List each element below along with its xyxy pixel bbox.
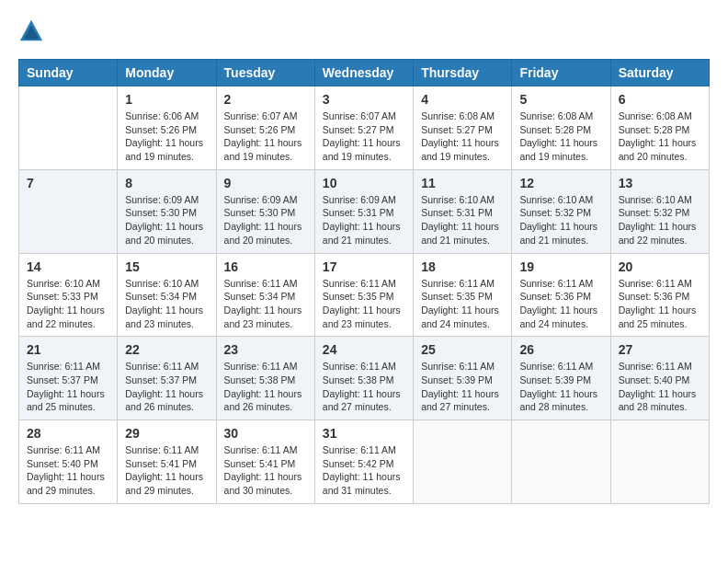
day-info: Sunrise: 6:07 AMSunset: 5:27 PMDaylight:… [323, 109, 405, 164]
day-number: 10 [323, 176, 405, 190]
calendar-cell-22: 22Sunrise: 6:11 AMSunset: 5:37 PMDayligh… [118, 337, 216, 420]
day-info: Sunrise: 6:11 AMSunset: 5:37 PMDaylight:… [27, 360, 109, 414]
calendar-cell-30: 30Sunrise: 6:11 AMSunset: 5:41 PMDayligh… [216, 420, 314, 504]
day-info: Sunrise: 6:10 AMSunset: 5:32 PMDaylight:… [519, 193, 602, 247]
logo-icon [18, 18, 44, 44]
calendar-cell-20: 20Sunrise: 6:11 AMSunset: 5:36 PMDayligh… [610, 253, 709, 337]
calendar-cell-11: 11Sunrise: 6:10 AMSunset: 5:31 PMDayligh… [414, 169, 512, 253]
calendar-cell-1: 1Sunrise: 6:06 AMSunset: 5:26 PMDaylight… [118, 86, 216, 170]
day-number: 11 [421, 176, 504, 190]
calendar-week-2: 78Sunrise: 6:09 AMSunset: 5:30 PMDayligh… [19, 169, 710, 253]
calendar-cell-17: 17Sunrise: 6:11 AMSunset: 5:35 PMDayligh… [314, 253, 413, 337]
calendar-week-3: 14Sunrise: 6:10 AMSunset: 5:33 PMDayligh… [19, 253, 710, 337]
day-info: Sunrise: 6:09 AMSunset: 5:30 PMDaylight:… [224, 193, 307, 247]
day-number: 26 [519, 342, 602, 357]
calendar-header-wednesday: Wednesday [314, 60, 413, 86]
calendar-cell-16: 16Sunrise: 6:11 AMSunset: 5:34 PMDayligh… [216, 253, 314, 337]
calendar-header-monday: Monday [118, 60, 216, 86]
calendar-table: SundayMondayTuesdayWednesdayThursdayFrid… [18, 59, 710, 504]
day-number: 30 [224, 426, 307, 441]
calendar-week-1: 1Sunrise: 6:06 AMSunset: 5:26 PMDaylight… [19, 86, 710, 170]
calendar-cell-23: 23Sunrise: 6:11 AMSunset: 5:38 PMDayligh… [216, 337, 314, 420]
day-info: Sunrise: 6:11 AMSunset: 5:39 PMDaylight:… [519, 360, 602, 414]
calendar-cell-29: 29Sunrise: 6:11 AMSunset: 5:41 PMDayligh… [118, 420, 216, 504]
day-number: 7 [27, 176, 109, 190]
calendar-header-thursday: Thursday [414, 60, 512, 86]
day-number: 29 [125, 426, 208, 441]
day-info: Sunrise: 6:08 AMSunset: 5:27 PMDaylight:… [421, 109, 504, 164]
calendar-cell-21: 21Sunrise: 6:11 AMSunset: 5:37 PMDayligh… [19, 337, 118, 420]
day-number: 16 [224, 259, 307, 274]
calendar-cell-18: 18Sunrise: 6:11 AMSunset: 5:35 PMDayligh… [414, 253, 512, 337]
calendar-cell-empty [19, 86, 118, 170]
calendar-cell-8: 8Sunrise: 6:09 AMSunset: 5:30 PMDaylight… [118, 169, 216, 253]
calendar-cell-12: 12Sunrise: 6:10 AMSunset: 5:32 PMDayligh… [512, 169, 610, 253]
calendar-cell-6: 6Sunrise: 6:08 AMSunset: 5:28 PMDaylight… [610, 86, 709, 170]
calendar-week-5: 28Sunrise: 6:11 AMSunset: 5:40 PMDayligh… [19, 420, 710, 504]
day-number: 31 [323, 426, 405, 441]
calendar-cell-2: 2Sunrise: 6:07 AMSunset: 5:26 PMDaylight… [216, 86, 314, 170]
calendar-cell-14: 14Sunrise: 6:10 AMSunset: 5:33 PMDayligh… [19, 253, 118, 337]
day-number: 19 [519, 259, 602, 274]
day-number: 25 [421, 342, 504, 357]
calendar-cell-13: 13Sunrise: 6:10 AMSunset: 5:32 PMDayligh… [610, 169, 709, 253]
day-number: 27 [619, 342, 701, 357]
day-info: Sunrise: 6:10 AMSunset: 5:34 PMDaylight:… [125, 277, 208, 331]
calendar-cell-10: 10Sunrise: 6:09 AMSunset: 5:31 PMDayligh… [314, 169, 413, 253]
calendar-cell-15: 15Sunrise: 6:10 AMSunset: 5:34 PMDayligh… [118, 253, 216, 337]
day-number: 4 [421, 92, 504, 107]
logo [18, 18, 48, 44]
day-info: Sunrise: 6:11 AMSunset: 5:35 PMDaylight:… [323, 277, 405, 331]
calendar-cell-empty [512, 420, 610, 504]
calendar-cell-31: 31Sunrise: 6:11 AMSunset: 5:42 PMDayligh… [314, 420, 413, 504]
day-info: Sunrise: 6:11 AMSunset: 5:36 PMDaylight:… [619, 277, 701, 331]
day-info: Sunrise: 6:07 AMSunset: 5:26 PMDaylight:… [224, 109, 307, 164]
calendar-cell-empty [414, 420, 512, 504]
page-header [18, 18, 710, 44]
calendar-cell-3: 3Sunrise: 6:07 AMSunset: 5:27 PMDaylight… [314, 86, 413, 170]
day-number: 6 [619, 92, 701, 107]
calendar-cell-24: 24Sunrise: 6:11 AMSunset: 5:38 PMDayligh… [314, 337, 413, 420]
day-info: Sunrise: 6:11 AMSunset: 5:39 PMDaylight:… [421, 360, 504, 414]
calendar-header-sunday: Sunday [19, 60, 118, 86]
calendar-header-friday: Friday [512, 60, 610, 86]
day-number: 28 [27, 426, 109, 441]
day-info: Sunrise: 6:11 AMSunset: 5:38 PMDaylight:… [224, 360, 307, 414]
calendar-cell-empty [610, 420, 709, 504]
day-number: 9 [224, 176, 307, 190]
day-info: Sunrise: 6:11 AMSunset: 5:35 PMDaylight:… [421, 277, 504, 331]
day-info: Sunrise: 6:11 AMSunset: 5:41 PMDaylight:… [224, 443, 307, 498]
calendar-cell-5: 5Sunrise: 6:08 AMSunset: 5:28 PMDaylight… [512, 86, 610, 170]
calendar-cell-26: 26Sunrise: 6:11 AMSunset: 5:39 PMDayligh… [512, 337, 610, 420]
calendar-header-tuesday: Tuesday [216, 60, 314, 86]
calendar-cell-27: 27Sunrise: 6:11 AMSunset: 5:40 PMDayligh… [610, 337, 709, 420]
day-number: 5 [519, 92, 602, 107]
calendar-cell-19: 19Sunrise: 6:11 AMSunset: 5:36 PMDayligh… [512, 253, 610, 337]
day-info: Sunrise: 6:11 AMSunset: 5:36 PMDaylight:… [519, 277, 602, 331]
calendar-cell-7: 7 [19, 169, 118, 253]
day-number: 18 [421, 259, 504, 274]
day-number: 20 [619, 259, 701, 274]
day-number: 22 [125, 342, 208, 357]
day-info: Sunrise: 6:10 AMSunset: 5:32 PMDaylight:… [619, 193, 701, 247]
day-number: 13 [619, 176, 701, 190]
calendar-cell-25: 25Sunrise: 6:11 AMSunset: 5:39 PMDayligh… [414, 337, 512, 420]
day-info: Sunrise: 6:08 AMSunset: 5:28 PMDaylight:… [519, 109, 602, 164]
day-number: 15 [125, 259, 208, 274]
day-info: Sunrise: 6:09 AMSunset: 5:31 PMDaylight:… [323, 193, 405, 247]
day-info: Sunrise: 6:10 AMSunset: 5:31 PMDaylight:… [421, 193, 504, 247]
day-info: Sunrise: 6:09 AMSunset: 5:30 PMDaylight:… [125, 193, 208, 247]
day-number: 3 [323, 92, 405, 107]
day-number: 2 [224, 92, 307, 107]
day-info: Sunrise: 6:11 AMSunset: 5:34 PMDaylight:… [224, 277, 307, 331]
day-number: 21 [27, 342, 109, 357]
calendar-cell-9: 9Sunrise: 6:09 AMSunset: 5:30 PMDaylight… [216, 169, 314, 253]
day-number: 8 [125, 176, 208, 190]
calendar-week-4: 21Sunrise: 6:11 AMSunset: 5:37 PMDayligh… [19, 337, 710, 420]
day-info: Sunrise: 6:11 AMSunset: 5:40 PMDaylight:… [27, 443, 109, 498]
day-info: Sunrise: 6:11 AMSunset: 5:37 PMDaylight:… [125, 360, 208, 414]
day-info: Sunrise: 6:11 AMSunset: 5:40 PMDaylight:… [619, 360, 701, 414]
day-info: Sunrise: 6:10 AMSunset: 5:33 PMDaylight:… [27, 277, 109, 331]
calendar-cell-4: 4Sunrise: 6:08 AMSunset: 5:27 PMDaylight… [414, 86, 512, 170]
calendar-header-row: SundayMondayTuesdayWednesdayThursdayFrid… [19, 60, 710, 86]
